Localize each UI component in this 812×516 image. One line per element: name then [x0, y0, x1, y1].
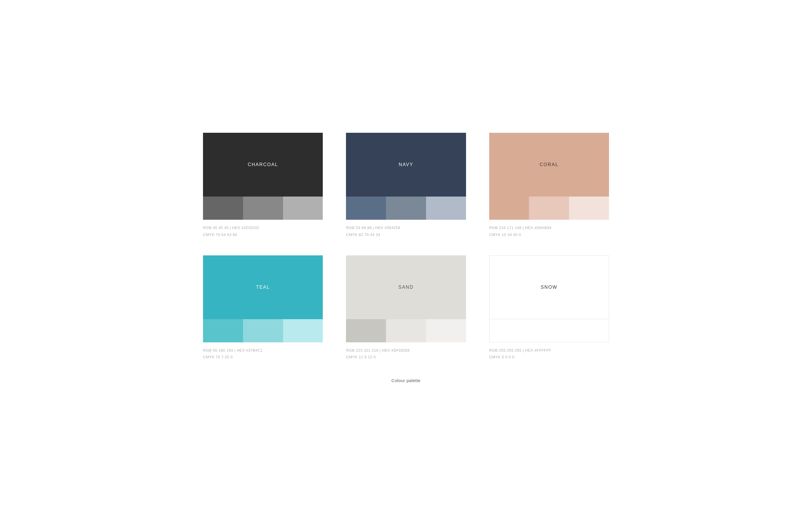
shades-row-navy: [346, 196, 466, 220]
shade-snow-0: [490, 319, 529, 342]
shades-row-sand: [346, 319, 466, 342]
color-cmyk-sand: CMYK 11 9 12 0: [346, 354, 466, 360]
shade-coral-0: [489, 196, 529, 220]
shade-coral-2: [569, 196, 609, 220]
color-rgb-hex-charcoal: RGB 45 45 45 | HEX #2D2D2D: [203, 224, 323, 231]
color-info-coral: RGB 216 171 148 | HEX #D8AB94CMYK 15 34 …: [489, 224, 609, 238]
swatch-main-snow: SNOW: [489, 255, 609, 319]
footer-label: Colour palette: [392, 378, 420, 383]
color-rgb-hex-teal: RGB 55 180 193 | HEX #37B4C1: [203, 347, 323, 354]
color-card-coral: CORALRGB 216 171 148 | HEX #D8AB94CMYK 1…: [489, 133, 609, 238]
color-cmyk-charcoal: CMYK 70 64 63 64: [203, 231, 323, 238]
shade-sand-1: [386, 319, 426, 342]
shade-snow-1: [529, 319, 569, 342]
color-info-teal: RGB 55 180 193 | HEX #37B4C1CMYK 70 7 25…: [203, 347, 323, 361]
color-card-snow: SNOWRGB 255 255 255 | HEX #FFFFFFCMYK 0 …: [489, 255, 609, 361]
swatch-main-coral: CORAL: [489, 133, 609, 196]
shade-coral-1: [529, 196, 569, 220]
shade-navy-0: [346, 196, 386, 220]
swatch-main-navy: NAVY: [346, 133, 466, 196]
shades-row-snow: [489, 319, 609, 342]
shades-row-charcoal: [203, 196, 323, 220]
color-card-charcoal: CHARCOALRGB 45 45 45 | HEX #2D2D2DCMYK 7…: [203, 133, 323, 238]
color-info-snow: RGB 255 255 255 | HEX #FFFFFFCMYK 0 0 0 …: [489, 347, 609, 361]
swatch-main-sand: SAND: [346, 255, 466, 319]
shade-charcoal-2: [283, 196, 323, 220]
color-card-sand: SANDRGB 223 221 216 | HEX #DFDDD8CMYK 11…: [346, 255, 466, 361]
color-card-navy: NAVYRGB 53 66 88 | HEX #354258CMYK 82 70…: [346, 133, 466, 238]
shade-teal-0: [203, 319, 243, 342]
shades-row-teal: [203, 319, 323, 342]
shade-teal-1: [243, 319, 283, 342]
color-info-navy: RGB 53 66 88 | HEX #354258CMYK 82 70 44 …: [346, 224, 466, 238]
color-card-teal: TEALRGB 55 180 193 | HEX #37B4C1CMYK 70 …: [203, 255, 323, 361]
color-rgb-hex-snow: RGB 255 255 255 | HEX #FFFFFF: [489, 347, 609, 354]
color-name-snow: SNOW: [541, 285, 557, 290]
color-rgb-hex-coral: RGB 216 171 148 | HEX #D8AB94: [489, 224, 609, 231]
shade-charcoal-0: [203, 196, 243, 220]
color-name-coral: CORAL: [540, 162, 558, 167]
swatch-main-charcoal: CHARCOAL: [203, 133, 323, 196]
color-name-navy: NAVY: [399, 162, 413, 167]
shade-snow-2: [569, 319, 609, 342]
color-name-charcoal: CHARCOAL: [248, 162, 278, 167]
color-info-sand: RGB 223 221 216 | HEX #DFDDD8CMYK 11 9 1…: [346, 347, 466, 361]
color-cmyk-navy: CMYK 82 70 44 33: [346, 231, 466, 238]
color-cmyk-snow: CMYK 0 0 0 0: [489, 354, 609, 360]
color-info-charcoal: RGB 45 45 45 | HEX #2D2D2DCMYK 70 64 63 …: [203, 224, 323, 238]
shade-sand-2: [426, 319, 466, 342]
color-rgb-hex-navy: RGB 53 66 88 | HEX #354258: [346, 224, 466, 231]
swatch-main-teal: TEAL: [203, 255, 323, 319]
shade-navy-1: [386, 196, 426, 220]
palette-grid: CHARCOALRGB 45 45 45 | HEX #2D2D2DCMYK 7…: [203, 133, 609, 361]
shade-navy-2: [426, 196, 466, 220]
color-cmyk-coral: CMYK 15 34 40 0: [489, 231, 609, 238]
shade-sand-0: [346, 319, 386, 342]
color-cmyk-teal: CMYK 70 7 25 0: [203, 354, 323, 360]
page-wrapper: CHARCOALRGB 45 45 45 | HEX #2D2D2DCMYK 7…: [203, 133, 609, 383]
shade-teal-2: [283, 319, 323, 342]
color-name-sand: SAND: [399, 285, 413, 290]
color-rgb-hex-sand: RGB 223 221 216 | HEX #DFDDD8: [346, 347, 466, 354]
color-name-teal: TEAL: [256, 285, 270, 290]
shade-charcoal-1: [243, 196, 283, 220]
page-footer: Colour palette: [203, 378, 609, 383]
shades-row-coral: [489, 196, 609, 220]
